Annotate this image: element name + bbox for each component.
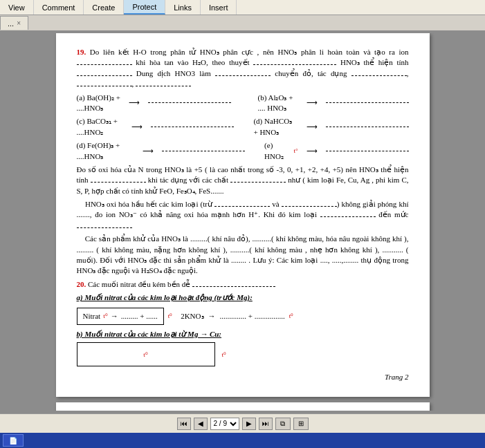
- reaction-row-a: (a) Ba(OH)₂ + ....HNO₃ ⟶ (b) Al₂O₃ + ...…: [77, 93, 409, 114]
- toolbar-insert[interactable]: Insert: [201, 0, 237, 15]
- document-container[interactable]: 19. Do liên kết H-O trong phân tử HNO₃ p…: [3, 33, 482, 411]
- tab-close-button[interactable]: ×: [17, 19, 21, 27]
- page-1-content: 19. Do liên kết H-O trong phân tử HNO₃ p…: [77, 47, 409, 383]
- reaction-right-a: 2KNO₃: [181, 311, 203, 321]
- temp-a3: t⁰: [289, 312, 294, 321]
- temp-a: t⁰: [103, 312, 108, 321]
- q19-products-text: Các sản phẩm khử của HNO₃ là .........( …: [77, 234, 409, 277]
- blank-kl4: [77, 227, 132, 228]
- blank-6: [77, 86, 132, 86]
- blank-2: [253, 64, 336, 65]
- react-e-product: [162, 151, 245, 151]
- q20-a-label: a) Muối nitrat của các kim loại hoạt độn…: [77, 292, 409, 303]
- page-2: Nitrat → + + .... 2Cu(NO₂)₂ → + ........…: [56, 402, 430, 411]
- toolbar-protect[interactable]: Protect: [124, 0, 165, 15]
- react-a-label: (a) Ba(OH)₂ + ....HNO₃: [77, 93, 121, 114]
- tab-label: ...: [8, 19, 14, 28]
- blank-4: [215, 75, 271, 76]
- react-f-temp: t°: [293, 147, 298, 156]
- blank-1: [77, 64, 132, 65]
- react-d-label: (d) NaHCO₃ + HNO₃: [253, 116, 298, 138]
- page-1: 19. Do liên kết H-O trong phân tử HNO₃ p…: [56, 33, 430, 397]
- nitrat-b-box: t⁰: [77, 342, 215, 366]
- toolbar-view[interactable]: View: [0, 0, 34, 15]
- react-c-arrow: ⟶: [131, 122, 143, 132]
- document-tab[interactable]: ... ×: [0, 16, 28, 30]
- q19-text: 19. Do liên kết H-O trong phân tử HNO₃ p…: [77, 47, 409, 90]
- arrow-a: →: [111, 311, 118, 321]
- blank-7: [136, 86, 191, 86]
- bottom-navigation: ⏮ ◀ 2 / 9 ▶ ⏭ ⧉ ⊞: [0, 413, 485, 433]
- nav-next-button[interactable]: ▶: [242, 418, 256, 430]
- react-c-product: [151, 127, 234, 127]
- nitrat-a-reaction: Nitrat t⁰ → ......... + ...... t⁰ 2KNO₃ …: [77, 308, 409, 325]
- reaction-row-c: (c) BaCO₃₁ + ....HNO₂ ⟶ (d) NaHCO₃ + HNO…: [77, 116, 409, 138]
- nav-first-button[interactable]: ⏮: [177, 418, 191, 430]
- react-e-arrow: ⟶: [143, 146, 154, 156]
- toolbar-create[interactable]: Create: [84, 0, 124, 15]
- nitrat-box-a: Nitrat t⁰ → ......... + ......: [77, 308, 164, 325]
- q19-oxhoa-text: HNO₃ oxi hóa hầu hết các kim loại (trừ v…: [77, 199, 409, 231]
- arrow-right-a: →: [208, 311, 216, 321]
- taskbar-app-icon: 📄: [9, 437, 17, 445]
- toolbar-links[interactable]: Links: [165, 0, 201, 15]
- nitrat-label-a: Nitrat: [83, 311, 101, 321]
- nav-last-button[interactable]: ⏭: [259, 418, 273, 430]
- blank-ox2: [230, 182, 286, 183]
- q20-b-label: b) Muối nitrat của các kim loại từ Mg → …: [77, 329, 409, 339]
- react-d-arrow: ⟶: [306, 122, 318, 132]
- blank-3: [77, 75, 132, 76]
- blank-5: [351, 75, 407, 76]
- temp-a2: t⁰: [168, 312, 173, 321]
- react-a-arrow: ⟶: [129, 97, 140, 108]
- nav-prev-button[interactable]: ◀: [194, 418, 208, 430]
- react-d-product: [326, 127, 409, 127]
- nitrat-b-reaction: t⁰ t⁰: [77, 342, 409, 366]
- page-selector[interactable]: 2 / 9: [210, 418, 239, 430]
- nav-fit-icon[interactable]: ⊞: [293, 418, 309, 430]
- react-b-product: [326, 102, 409, 103]
- tab-bar: ... ×: [0, 15, 485, 30]
- page-number-1: Trang 2: [77, 372, 409, 382]
- q19-oxidation-text: Đo số oxi hóa của N trong HNO₃ là +5 ( l…: [77, 165, 409, 196]
- react-c-label: (c) BaCO₃₁ + ....HNO₂: [77, 116, 124, 138]
- react-b-arrow: ⟶: [306, 97, 318, 108]
- react-a-product: [148, 102, 231, 103]
- toolbar: View Comment Create Protect Links Insert: [0, 0, 485, 15]
- temp-b: t⁰: [143, 351, 148, 360]
- react-f-arrow: ⟶: [306, 146, 318, 156]
- toolbar-comment[interactable]: Comment: [34, 0, 84, 15]
- blank-ox1: [91, 182, 146, 183]
- temp-b2: t⁰: [222, 351, 227, 360]
- products-a: ......... + ......: [121, 311, 158, 321]
- taskbar: 📄: [0, 433, 485, 448]
- blank-kl3: [320, 216, 376, 217]
- taskbar-app-button[interactable]: 📄: [3, 434, 24, 447]
- nav-copy-icon[interactable]: ⧉: [275, 418, 291, 430]
- reaction-row-e: (d) Fe(OH)₃ + ....HNO₃ ⟶ (e) HNO₂ t° ⟶: [77, 140, 409, 162]
- react-b-label: (b) Al₂O₃ + .... HNO₃: [257, 93, 298, 114]
- react-e-label: (d) Fe(OH)₃ + ....HNO₃: [77, 140, 135, 162]
- blank-kl1: [214, 206, 270, 207]
- blank-q20: [192, 286, 275, 287]
- react-f-product: [326, 151, 409, 151]
- main-area: 19. Do liên kết H-O trong phân tử HNO₃ p…: [0, 30, 485, 413]
- react-f-label: (e) HNO₂: [264, 140, 288, 162]
- q20-title: 20. Các muối nitrat đều kém bền dễ: [77, 279, 409, 290]
- blank-kl2: [282, 206, 337, 207]
- products-right-a: .............. + ................: [220, 311, 285, 321]
